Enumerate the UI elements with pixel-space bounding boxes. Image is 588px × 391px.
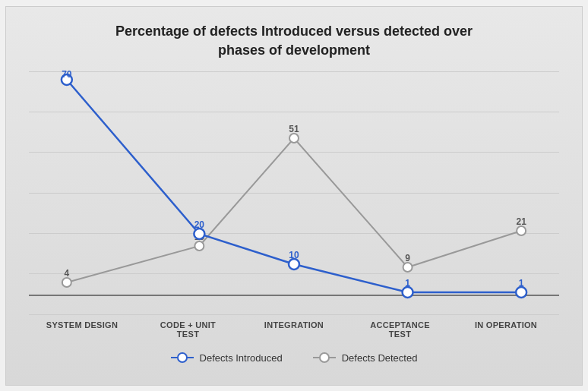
grid-line — [29, 314, 559, 315]
svg-text:4: 4 — [65, 268, 70, 279]
svg-point-3 — [289, 134, 299, 143]
svg-text:1: 1 — [405, 278, 410, 289]
chart-title: Percentage of defects Introduced versus … — [29, 22, 559, 60]
svg-text:21: 21 — [516, 216, 526, 227]
svg-point-12 — [194, 229, 204, 239]
svg-text:20: 20 — [194, 219, 205, 230]
svg-point-15 — [516, 287, 526, 298]
svg-text:51: 51 — [289, 124, 299, 134]
legend-line-gray — [313, 357, 336, 358]
chart-area: 4 16 51 9 21 70 20 10 1 1 — [29, 71, 559, 314]
title-line1: Percentage of defects Introduced versus … — [115, 24, 473, 39]
legend-label-introduced: Defects Introduced — [200, 352, 283, 364]
svg-text:9: 9 — [405, 253, 410, 263]
x-label-code-unit-test: CODE + UNIT TEST — [150, 320, 226, 339]
x-label-acceptance-test: ACCEPTANCE TEST — [362, 320, 438, 339]
chart-svg: 4 16 51 9 21 70 20 10 1 1 — [29, 71, 559, 314]
x-label-in-operation: IN OPERATION — [468, 320, 544, 339]
chart-legend: Defects Introduced Defects Detected — [29, 352, 559, 364]
x-labels: SYSTEM DESIGN CODE + UNIT TEST INTEGRATI… — [29, 320, 559, 339]
svg-point-1 — [62, 278, 71, 287]
legend-line-blue — [171, 357, 194, 358]
svg-text:1: 1 — [519, 278, 524, 289]
legend-label-detected: Defects Detected — [342, 352, 418, 364]
title-line2: phases of development — [218, 43, 370, 58]
chart-container: Percentage of defects Introduced versus … — [5, 6, 583, 386]
svg-point-13 — [289, 259, 299, 270]
svg-point-14 — [403, 287, 413, 298]
legend-introduced: Defects Introduced — [171, 352, 283, 364]
svg-text:70: 70 — [62, 69, 72, 80]
x-label-system-design: SYSTEM DESIGN — [44, 320, 120, 339]
svg-point-4 — [403, 263, 413, 272]
x-label-integration: INTEGRATION — [256, 320, 332, 339]
svg-point-5 — [517, 226, 526, 235]
legend-detected: Defects Detected — [313, 352, 418, 364]
svg-point-2 — [194, 241, 204, 251]
svg-text:10: 10 — [289, 250, 299, 260]
